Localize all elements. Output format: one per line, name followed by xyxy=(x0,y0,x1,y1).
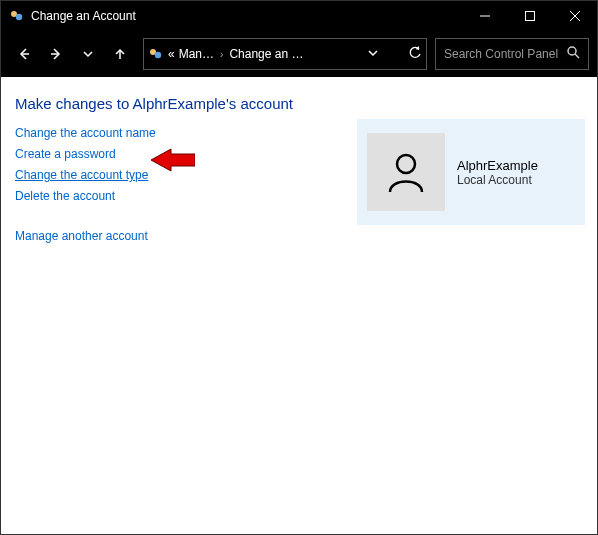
svg-point-14 xyxy=(397,155,415,173)
avatar xyxy=(367,133,445,211)
search-input[interactable] xyxy=(444,47,564,61)
minimize-button[interactable] xyxy=(462,1,507,31)
search-box[interactable] xyxy=(435,38,589,70)
search-icon[interactable] xyxy=(567,46,580,62)
recent-dropdown-button[interactable] xyxy=(73,39,103,69)
breadcrumb-crumb-1[interactable]: Man… xyxy=(179,47,214,61)
change-account-type-link[interactable]: Change the account type xyxy=(15,168,148,182)
svg-point-11 xyxy=(568,47,576,55)
svg-rect-3 xyxy=(525,12,534,21)
navigation-bar: « Man… › Change an … xyxy=(1,31,597,77)
address-dropdown-icon[interactable] xyxy=(368,47,378,61)
forward-button[interactable] xyxy=(41,39,71,69)
account-info: AlphrExample Local Account xyxy=(457,158,538,187)
breadcrumb-prefix: « xyxy=(168,47,175,61)
app-icon xyxy=(9,8,25,24)
back-button[interactable] xyxy=(9,39,39,69)
titlebar: Change an Account xyxy=(1,1,597,31)
account-card: AlphrExample Local Account xyxy=(357,119,585,225)
address-bar[interactable]: « Man… › Change an … xyxy=(143,38,427,70)
page-heading: Make changes to AlphrExample's account xyxy=(15,95,583,112)
close-button[interactable] xyxy=(552,1,597,31)
breadcrumb-crumb-2[interactable]: Change an … xyxy=(229,47,303,61)
account-name: AlphrExample xyxy=(457,158,538,173)
create-password-link[interactable]: Create a password xyxy=(15,147,116,161)
account-type: Local Account xyxy=(457,173,538,187)
window-controls xyxy=(462,1,597,31)
location-icon xyxy=(148,46,164,62)
maximize-button[interactable] xyxy=(507,1,552,31)
svg-point-10 xyxy=(155,52,161,58)
content-area: Make changes to AlphrExample's account C… xyxy=(1,77,597,534)
refresh-button[interactable] xyxy=(408,46,422,63)
breadcrumb-sep-icon: › xyxy=(218,49,225,60)
window-title: Change an Account xyxy=(31,9,462,23)
delete-account-link[interactable]: Delete the account xyxy=(15,189,115,203)
manage-another-account-link[interactable]: Manage another account xyxy=(15,229,148,243)
change-account-name-link[interactable]: Change the account name xyxy=(15,126,156,140)
up-button[interactable] xyxy=(105,39,135,69)
svg-line-12 xyxy=(575,54,579,58)
svg-point-1 xyxy=(16,14,22,20)
